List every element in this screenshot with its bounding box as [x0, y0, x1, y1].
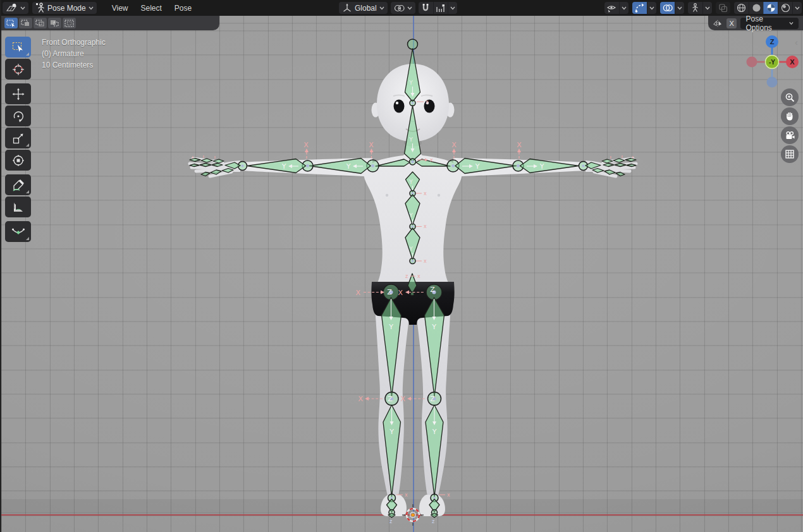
tool-settings-left: [0, 16, 219, 30]
mode-selector[interactable]: Pose Mode: [32, 2, 97, 14]
wireframe-sphere-icon: [737, 3, 746, 13]
breakdowner-tool-icon: [11, 227, 25, 237]
world-z-axis-line: [413, 16, 414, 532]
move-tool-icon: [12, 88, 25, 100]
armature-display-toggle[interactable]: [688, 2, 702, 14]
grid-icon: [785, 149, 795, 159]
tool-move[interactable]: [5, 83, 31, 104]
pivot-point-dropdown[interactable]: [391, 2, 415, 14]
magnifier-icon: [785, 92, 795, 102]
scale-tool-icon: [12, 132, 25, 145]
shading-rendered[interactable]: [778, 2, 792, 14]
snap-dropdown[interactable]: [448, 2, 457, 14]
shading-wireframe[interactable]: [734, 2, 749, 14]
chevron-down-icon: [450, 6, 455, 10]
select-mode-extend[interactable]: [19, 18, 32, 28]
pan-button[interactable]: [781, 107, 799, 125]
xray-group: [716, 2, 730, 14]
shading-material-preview[interactable]: [763, 2, 778, 14]
snap-target[interactable]: [433, 2, 448, 14]
chevron-down-icon: [20, 6, 25, 10]
armature-figure-icon: [691, 3, 699, 13]
select-box-icon: [6, 20, 16, 27]
tool-select-box[interactable]: [5, 37, 31, 57]
rotate-tool-icon: [12, 110, 25, 123]
magnet-icon: [421, 3, 430, 13]
viewport-3d[interactable]: [0, 16, 803, 532]
chevron-down-icon: [677, 6, 682, 10]
tool-cursor[interactable]: [5, 59, 31, 80]
rendered-sphere-icon: [781, 3, 790, 13]
overlays-chevron[interactable]: [675, 2, 684, 14]
menu-view[interactable]: View: [106, 4, 135, 13]
gizmo-z-label: Z: [770, 38, 775, 45]
overlays-group: [660, 2, 684, 14]
chevron-down-icon: [622, 6, 627, 10]
ground-shade: [0, 499, 803, 516]
object-visibility-dropdown[interactable]: [604, 2, 619, 14]
chevron-down-icon: [705, 6, 710, 10]
mirror-icon: [713, 19, 723, 28]
camera-view-button[interactable]: [781, 126, 799, 144]
mirror-x-toggle[interactable]: X: [726, 18, 737, 28]
tool-pose-breakdowner[interactable]: [5, 221, 31, 242]
view-name: Front Orthographic: [42, 37, 106, 48]
chevron-down-icon: [795, 6, 800, 10]
cursor-tool-icon: [12, 63, 25, 76]
orientation-axes-icon: [342, 3, 352, 13]
shading-chevron[interactable]: [792, 2, 802, 14]
tool-rotate[interactable]: [5, 106, 31, 126]
menu-pose[interactable]: Pose: [168, 4, 198, 13]
window-left-edge: [0, 0, 1, 532]
select-subtract-icon: [35, 20, 45, 27]
sidebar-collapse-chevron[interactable]: ‹: [795, 37, 798, 47]
select-mode-intersect[interactable]: [63, 18, 76, 28]
gizmos-group: [632, 2, 656, 14]
navigation-gizmo[interactable]: Z X -Y: [745, 33, 802, 94]
measure-tool-icon: [12, 201, 25, 214]
tool-annotate[interactable]: [5, 174, 31, 195]
tool-transform[interactable]: [5, 150, 31, 171]
active-object: (0) Armature: [42, 48, 106, 59]
tool-expand-indicator: [26, 143, 29, 147]
select-mode-invert[interactable]: [48, 18, 61, 28]
mirror-x-label: X: [729, 20, 733, 27]
camera-icon: [785, 131, 795, 140]
zoom-button[interactable]: [781, 88, 799, 106]
snap-toggle[interactable]: [419, 2, 433, 14]
visibility-chevron[interactable]: [619, 2, 628, 14]
visibility-group: [604, 2, 628, 14]
chevron-down-icon: [649, 6, 654, 10]
ortho-perspective-button[interactable]: [781, 145, 799, 163]
menu-select[interactable]: Select: [135, 4, 168, 13]
chevron-down-icon: [407, 6, 412, 10]
solid-sphere-icon: [752, 3, 761, 13]
select-box-tool-icon: [12, 42, 25, 53]
world-x-axis-line: [0, 514, 803, 516]
shading-group: [734, 2, 802, 14]
xray-toggle[interactable]: [716, 2, 730, 14]
armature-display-chevron[interactable]: [702, 2, 712, 14]
mode-label: Pose Mode: [47, 4, 86, 13]
gizmo-x-label: X: [790, 58, 795, 66]
transform-orientation-dropdown[interactable]: Global: [339, 2, 388, 14]
show-gizmos-toggle[interactable]: [632, 2, 647, 14]
snap-increment-icon: [436, 4, 445, 13]
select-intersect-icon: [64, 20, 74, 27]
tool-expand-indicator: [26, 237, 29, 240]
gizmo-icon: [635, 3, 644, 13]
editor-type-button[interactable]: [3, 2, 28, 14]
tool-scale[interactable]: [5, 128, 31, 148]
tool-measure[interactable]: [5, 196, 31, 217]
shading-solid[interactable]: [749, 2, 763, 14]
select-mode-subtract[interactable]: [34, 18, 47, 28]
gizmo-neg-y-label: -Y: [769, 59, 775, 66]
show-overlays-toggle[interactable]: [660, 2, 675, 14]
gizmos-chevron[interactable]: [647, 2, 656, 14]
select-mode-set[interactable]: [4, 18, 18, 28]
pose-options-dropdown[interactable]: Pose Options: [740, 18, 799, 29]
material-sphere-icon: [766, 3, 776, 13]
eye-cursor-icon: [606, 4, 617, 13]
gizmo-axis-neg-x[interactable]: [747, 57, 757, 68]
gizmo-axis-neg-z[interactable]: [767, 77, 778, 88]
